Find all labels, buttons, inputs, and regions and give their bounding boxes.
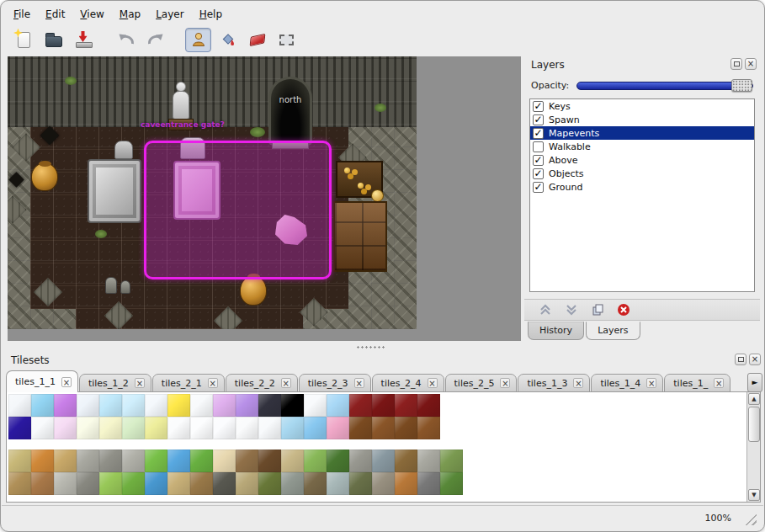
tab-scroll-right-button[interactable]: ► <box>747 373 762 392</box>
tileset-tile[interactable] <box>8 417 31 439</box>
map-selection-rect[interactable] <box>144 141 332 279</box>
tileset-tile[interactable] <box>417 417 440 439</box>
tab-close-icon[interactable]: × <box>500 378 510 388</box>
tileset-tile[interactable] <box>54 417 77 439</box>
tileset-tile[interactable] <box>77 394 99 417</box>
tileset-tile[interactable] <box>304 394 327 417</box>
tileset-tile[interactable] <box>258 394 281 417</box>
tileset-tile[interactable] <box>417 394 440 417</box>
stamp-tool-button[interactable] <box>185 28 211 52</box>
tileset-tile[interactable] <box>190 417 213 439</box>
tab-close-icon[interactable]: × <box>573 378 583 388</box>
tileset-tile[interactable] <box>122 394 145 417</box>
tileset-tile[interactable] <box>304 472 327 495</box>
tab-close-icon[interactable]: × <box>646 378 656 388</box>
layer-row-keys[interactable]: ✓Keys <box>530 99 754 113</box>
tileset-tile[interactable] <box>349 394 372 417</box>
eraser-tool-button[interactable] <box>244 28 270 52</box>
tab-close-icon[interactable]: × <box>135 378 145 388</box>
redo-button[interactable] <box>142 28 168 52</box>
fill-tool-button[interactable] <box>215 28 241 52</box>
tileset-tile[interactable] <box>327 394 349 417</box>
scrollbar-thumb[interactable] <box>748 407 760 442</box>
open-file-button[interactable] <box>40 28 66 52</box>
tileset-tile[interactable] <box>77 417 99 439</box>
lower-layer-button[interactable] <box>564 302 579 317</box>
tileset-tile[interactable] <box>304 417 327 439</box>
tileset-tab-tiles_2_4[interactable]: tiles_2_4× <box>372 374 444 392</box>
dock-splitter[interactable] <box>4 343 761 351</box>
dock-tab-layers[interactable]: Layers <box>586 322 640 340</box>
tileset-scrollbar[interactable]: ▲ ▼ <box>746 392 760 502</box>
tileset-tile[interactable] <box>327 417 349 439</box>
tileset-tile[interactable] <box>236 417 258 439</box>
tileset-tile[interactable] <box>77 450 99 472</box>
tileset-tile[interactable] <box>258 417 281 439</box>
tileset-tile[interactable] <box>54 450 77 472</box>
tileset-tile[interactable] <box>8 472 31 495</box>
tileset-tile[interactable] <box>440 472 463 495</box>
tileset-tile[interactable] <box>122 472 145 495</box>
map-canvas[interactable]: north caveentrance gate? <box>8 56 417 329</box>
tileset-tile[interactable] <box>54 472 77 495</box>
tileset-tile[interactable] <box>281 472 304 495</box>
menu-edit[interactable]: Edit <box>38 5 72 24</box>
tileset-tab-tiles_1_1[interactable]: tiles_1_1× <box>6 370 78 392</box>
tileset-tab-tiles_2_5[interactable]: tiles_2_5× <box>445 374 518 392</box>
tileset-tab-tiles_2_1[interactable]: tiles_2_1× <box>152 374 225 392</box>
save-button[interactable] <box>70 28 96 52</box>
splitter-grip[interactable] <box>356 345 386 349</box>
tileset-tile[interactable] <box>395 450 417 472</box>
duplicate-layer-button[interactable] <box>590 302 605 317</box>
menu-view[interactable]: View <box>72 5 111 24</box>
tileset-tile[interactable] <box>281 417 304 439</box>
tileset-tile[interactable] <box>190 394 213 417</box>
tileset-tile[interactable] <box>145 472 167 495</box>
tileset-tile[interactable] <box>327 472 349 495</box>
layer-row-mapevents[interactable]: ✓Mapevents <box>530 126 754 140</box>
tileset-tile[interactable] <box>236 450 258 472</box>
tileset-tile[interactable] <box>395 394 417 417</box>
close-dock-button[interactable]: × <box>745 58 757 70</box>
tab-close-icon[interactable]: × <box>354 378 364 388</box>
new-file-button[interactable] <box>11 28 37 52</box>
close-dock-button[interactable]: × <box>749 354 761 365</box>
tileset-view[interactable]: ▲ ▼ <box>6 391 761 503</box>
tileset-tile[interactable] <box>258 450 281 472</box>
tileset-tile[interactable] <box>54 394 77 417</box>
layer-visibility-checkbox[interactable]: ✓ <box>533 101 544 112</box>
dock-tab-history[interactable]: History <box>528 322 584 340</box>
layer-row-objects[interactable]: ✓Objects <box>530 167 754 180</box>
opacity-slider[interactable] <box>576 82 753 90</box>
tileset-tile[interactable] <box>167 472 190 495</box>
tileset-tile[interactable] <box>213 394 236 417</box>
tileset-tab-tiles_2_2[interactable]: tiles_2_2× <box>226 374 298 392</box>
tileset-tile[interactable] <box>213 417 236 439</box>
layer-row-above[interactable]: ✓Above <box>530 153 754 167</box>
layer-row-walkable[interactable]: Walkable <box>530 140 754 153</box>
tileset-tile[interactable] <box>122 450 145 472</box>
tileset-tile[interactable] <box>372 394 395 417</box>
tileset-tile[interactable] <box>167 394 190 417</box>
layer-visibility-checkbox[interactable] <box>533 141 544 152</box>
tileset-tile[interactable] <box>258 472 281 495</box>
tileset-tile[interactable] <box>31 417 54 439</box>
tileset-tile[interactable] <box>167 417 190 439</box>
tileset-tile[interactable] <box>190 472 213 495</box>
tileset-tile[interactable] <box>395 417 417 439</box>
raise-layer-button[interactable] <box>538 302 553 317</box>
tileset-tab-tiles_1_3[interactable]: tiles_1_3× <box>518 374 590 392</box>
tileset-tile[interactable] <box>31 472 54 495</box>
tileset-tab-tiles_1_[interactable]: tiles_1_× <box>664 374 730 392</box>
tileset-tile[interactable] <box>99 394 122 417</box>
tileset-tile[interactable] <box>372 472 395 495</box>
menu-help[interactable]: Help <box>192 5 230 24</box>
menu-file[interactable]: File <box>6 5 38 24</box>
layer-visibility-checkbox[interactable]: ✓ <box>533 182 544 193</box>
tab-close-icon[interactable]: × <box>714 378 724 388</box>
tileset-tile[interactable] <box>440 450 463 472</box>
tileset-tile[interactable] <box>395 472 417 495</box>
tileset-tile[interactable] <box>99 450 122 472</box>
menu-map[interactable]: Map <box>112 5 148 24</box>
tileset-tile[interactable] <box>99 472 122 495</box>
